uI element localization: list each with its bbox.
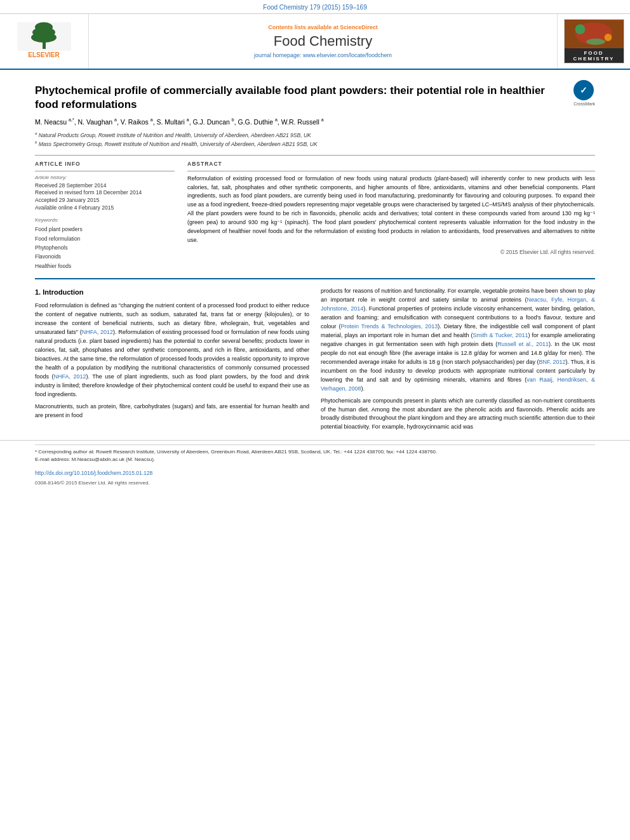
header-divider <box>35 155 595 156</box>
journal-header: ELSEVIER Contents lists available at Sci… <box>0 14 630 70</box>
kw3: Phytophenols <box>35 243 175 252</box>
copyright-line: © 2015 Elsevier Ltd. All rights reserved… <box>187 249 595 255</box>
intro-p1: Food reformulation is defined as "changi… <box>35 302 309 399</box>
elsevier-logo: ELSEVIER <box>17 22 71 60</box>
footnote-area: * Corresponding author at: Rowett Resear… <box>0 440 630 467</box>
intro-p2: Macronutrients, such as protein, fibre, … <box>35 403 309 420</box>
footnote-star: * Corresponding author at: Rowett Resear… <box>35 448 595 456</box>
affiliations: a Natural Products Group, Rowett Institu… <box>35 131 595 148</box>
body-col-left: 1. Introduction Food reformulation is de… <box>35 287 309 435</box>
body-r-p2: Phytochemicals are compounds present in … <box>321 397 595 432</box>
info-abstract-row: ARTICLE INFO Article history: Received 2… <box>35 161 595 271</box>
abstract-col: ABSTRACT Reformulation of existing proce… <box>187 161 595 271</box>
keywords-section: Keywords: Food plant powders Food reform… <box>35 217 175 270</box>
kw2: Food reformulation <box>35 234 175 243</box>
journal-header-center: Contents lists available at ScienceDirec… <box>89 14 557 69</box>
revised-date: Received in revised form 18 December 201… <box>35 189 175 197</box>
svg-point-10 <box>586 39 605 45</box>
email-label: E-mail address: <box>35 457 70 462</box>
doi-link[interactable]: http://dx.doi.org/10.1016/j.foodchem.201… <box>35 470 152 476</box>
crossmark-area: ✓ CrossMark <box>573 80 595 106</box>
elsevier-logo-area: ELSEVIER <box>0 14 89 69</box>
neacsu-cite[interactable]: Neacsu, Fyfe, Horgan, & Johnstone, 2014 <box>321 297 595 312</box>
title-row: Phytochemical profile of commercially av… <box>35 77 595 117</box>
svg-point-4 <box>31 32 57 43</box>
email-link[interactable]: M.Neacsu@abdn.ac.uk (M. Neacsu). <box>72 457 155 462</box>
nhfa-cite-1[interactable]: NHFA, 2012 <box>82 329 113 335</box>
article-info-header: ARTICLE INFO <box>35 161 175 167</box>
logo-chem-text: CHEMISTRY <box>566 56 622 62</box>
keywords-label: Keywords: <box>35 217 175 223</box>
food-image-svg <box>565 20 624 48</box>
body-r-p1: products for reasons of nutrition and fu… <box>321 287 595 393</box>
sd-link[interactable]: ScienceDirect <box>340 24 378 30</box>
logo-food-text: FOOD <box>566 50 622 56</box>
citation-link[interactable]: Food Chemistry 179 (2015) 159–169 <box>263 4 366 11</box>
body-section: 1. Introduction Food reformulation is de… <box>0 287 630 435</box>
bottom-divider <box>35 278 595 279</box>
kw4: Flavonoids <box>35 252 175 261</box>
section-title: 1. Introduction <box>35 287 309 298</box>
article-content: Phytochemical profile of commercially av… <box>0 70 630 279</box>
history-label: Article history: <box>35 175 175 180</box>
section-title-text: Introduction <box>43 288 83 296</box>
info-divider <box>35 171 175 171</box>
food-chem-logo-text: FOOD CHEMISTRY <box>565 48 624 63</box>
journal-title: Food Chemistry <box>274 33 372 50</box>
food-chem-logo-area: FOOD CHEMISTRY <box>557 14 630 69</box>
footnote-email: E-mail address: M.Neacsu@abdn.ac.uk (M. … <box>35 456 595 463</box>
accepted-date: Accepted 29 January 2015 <box>35 197 175 204</box>
affil-a: a Natural Products Group, Rowett Institu… <box>35 131 595 140</box>
received-date: Received 28 September 2014 <box>35 182 175 190</box>
abstract-header: ABSTRACT <box>187 161 595 167</box>
section-number: 1. <box>35 288 41 296</box>
affil-b: b Mass Spectrometry Group, Rowett Instit… <box>35 140 595 149</box>
kw5: Healthier foods <box>35 262 175 270</box>
protein-trends-cite[interactable]: Protein Trends & Technologies, 2013 <box>340 323 438 330</box>
body-col-right: products for reasons of nutrition and fu… <box>321 287 595 435</box>
food-chem-logo: FOOD CHEMISTRY <box>564 19 624 63</box>
smith-tucker-cite[interactable]: Smith & Tucker, 2011 <box>473 332 528 338</box>
svg-point-8 <box>575 24 585 34</box>
sciencedirect-line: Contents lists available at ScienceDirec… <box>268 24 378 30</box>
article-title: Phytochemical profile of commercially av… <box>35 84 567 112</box>
abstract-divider <box>187 171 595 171</box>
bnf-cite[interactable]: BNF, 2012 <box>539 359 566 365</box>
article-info-col: ARTICLE INFO Article history: Received 2… <box>35 161 175 271</box>
bottom-links: http://dx.doi.org/10.1016/j.foodchem.201… <box>0 467 630 479</box>
abstract-text: Reformulation of existing processed food… <box>187 175 595 246</box>
nhfa-cite-2[interactable]: NHFA, 2012 <box>53 373 86 380</box>
homepage-line: journal homepage: www.elsevier.com/locat… <box>254 52 392 58</box>
elsevier-svg: ELSEVIER <box>17 22 71 60</box>
svg-point-9 <box>604 34 612 41</box>
bottom-copyright: 0308-8146/© 2015 Elsevier Ltd. All right… <box>0 479 630 491</box>
svg-text:ELSEVIER: ELSEVIER <box>28 51 60 58</box>
footnote-divider <box>35 444 595 445</box>
crossmark-label: CrossMark <box>573 102 595 106</box>
russell-cite[interactable]: Russell et al., 2011 <box>497 341 549 347</box>
homepage-text: journal homepage: www.elsevier.com/locat… <box>254 52 392 58</box>
crossmark-icon[interactable]: ✓ <box>573 80 594 100</box>
kw1: Food plant powders <box>35 225 175 234</box>
sd-text: Contents lists available at <box>268 24 338 30</box>
authors-line: M. Neacsu a,*, N. Vaughan a, V. Raikos a… <box>35 117 595 127</box>
vanraaij-cite[interactable]: van Raaij, Hendriksen, & Verhagen, 2008 <box>321 377 595 392</box>
citation-bar: Food Chemistry 179 (2015) 159–169 <box>0 0 630 14</box>
food-chem-logo-image <box>565 20 624 48</box>
online-date: Available online 4 February 2015 <box>35 204 175 212</box>
